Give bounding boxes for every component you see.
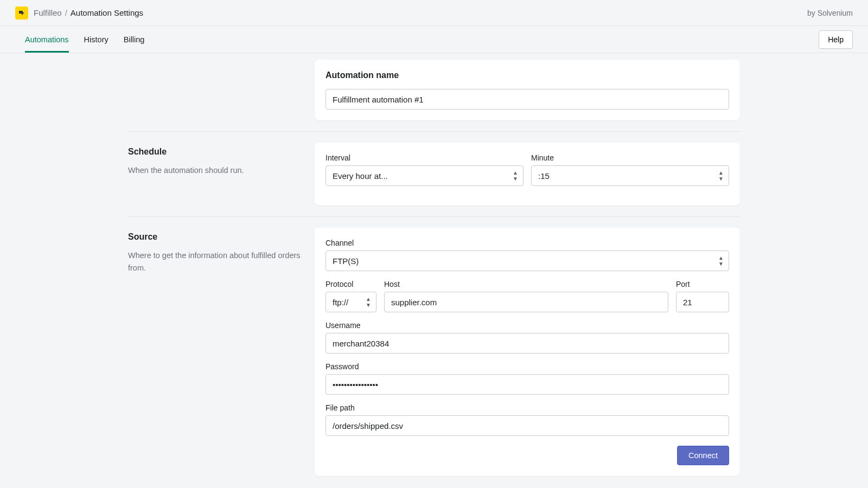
host-input[interactable] <box>384 292 668 312</box>
breadcrumb-page: Automation Settings <box>71 8 143 17</box>
schedule-card: Interval Every hour at... ▲▼ Minute <box>315 143 740 206</box>
port-label: Port <box>676 280 729 288</box>
source-title: Source <box>128 232 302 242</box>
filepath-label: File path <box>326 403 729 412</box>
username-label: Username <box>326 321 729 330</box>
host-label: Host <box>384 280 668 288</box>
interval-label: Interval <box>326 153 524 162</box>
tab-automations[interactable]: Automations <box>25 26 69 53</box>
breadcrumb-app[interactable]: Fulfilleo <box>34 8 62 17</box>
breadcrumb-separator: / <box>65 8 67 17</box>
tab-history[interactable]: History <box>84 26 108 53</box>
filepath-input[interactable] <box>326 415 729 436</box>
channel-select[interactable]: FTP(S) <box>326 251 729 271</box>
interval-select[interactable]: Every hour at... <box>326 165 524 186</box>
username-input[interactable] <box>326 333 729 354</box>
source-description: Where to get the information about fulfi… <box>128 249 302 274</box>
port-input[interactable] <box>676 292 729 312</box>
schedule-title: Schedule <box>128 147 302 157</box>
schedule-description: When the automation should run. <box>128 164 302 177</box>
password-label: Password <box>326 362 729 371</box>
channel-label: Channel <box>326 239 729 247</box>
minute-select[interactable]: :15 <box>531 165 729 186</box>
vendor-label: by Solvenium <box>807 9 853 17</box>
app-logo-icon <box>15 7 28 20</box>
tabsbar: Automations History Billing Help <box>0 26 868 53</box>
help-button[interactable]: Help <box>819 30 853 49</box>
protocol-label: Protocol <box>326 280 376 288</box>
minute-label: Minute <box>531 153 729 162</box>
tab-billing[interactable]: Billing <box>124 26 145 53</box>
automation-name-input[interactable] <box>326 89 729 110</box>
schedule-aside: Schedule When the automation should run. <box>128 143 302 206</box>
topbar-left: Fulfilleo / Automation Settings <box>15 7 143 20</box>
connect-button[interactable]: Connect <box>677 446 729 465</box>
password-input[interactable] <box>326 374 729 395</box>
source-section: Source Where to get the information abou… <box>128 216 740 476</box>
source-card: Channel FTP(S) ▲▼ Protocol ftp:// <box>315 228 740 476</box>
source-aside: Source Where to get the information abou… <box>128 228 302 476</box>
schedule-section: Schedule When the automation should run.… <box>128 131 740 206</box>
protocol-select[interactable]: ftp:// <box>326 292 376 312</box>
tabs: Automations History Billing <box>15 26 144 53</box>
topbar: Fulfilleo / Automation Settings by Solve… <box>0 0 868 26</box>
automation-name-title: Automation name <box>326 70 729 80</box>
automation-name-card: Automation name <box>315 60 740 120</box>
page-content: Automation name Schedule When the automa… <box>108 60 760 488</box>
breadcrumb: Fulfilleo / Automation Settings <box>34 8 143 17</box>
